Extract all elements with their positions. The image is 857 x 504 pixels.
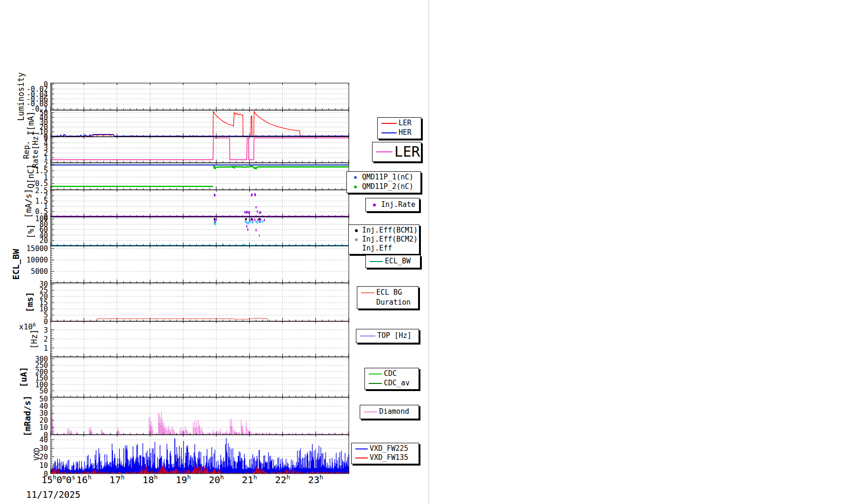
panel-title-cdc-current: [uA] <box>19 367 28 387</box>
axis-ticks <box>51 283 349 321</box>
series-ler <box>51 112 349 137</box>
panel-title-inj-rate: [mA/s] <box>24 189 33 218</box>
y-tick-label: 2 <box>44 335 48 344</box>
x-tick-label: 18h <box>142 474 158 485</box>
x-tick-label: 15h0m0s <box>41 474 75 485</box>
series-ler <box>51 138 349 160</box>
panel-luminosity: 0-0.02-0.04-0.06-0.08-0.1Luminosity <box>16 72 349 121</box>
y-tick-label: 10 <box>39 461 48 470</box>
panel-frame <box>51 137 349 163</box>
y-tick-label: 15000 <box>27 244 48 253</box>
axis-ticks <box>51 83 349 110</box>
x-tick-label: 22h <box>275 474 290 485</box>
axis-ticks <box>51 217 349 246</box>
panel-ecl-bg-duration: 302520151050[ms] <box>25 280 349 326</box>
series-inj-eff-bcm2- <box>214 220 263 246</box>
series-inj-eff-bcm1- <box>214 218 260 220</box>
series-diamond <box>51 409 348 435</box>
panel-ecl-bw: 15000100005000ECL_BW <box>11 244 349 283</box>
panel-frame <box>51 283 349 321</box>
y-tick-label: 5000 <box>31 267 48 276</box>
panel-diamond-dose: 50403020100[mRad/s] <box>22 395 349 439</box>
panel-title-luminosity: Luminosity <box>16 72 26 121</box>
axis-ticks <box>51 321 349 357</box>
panel-title-diamond-dose: [mRad/s] <box>22 395 32 437</box>
panel-frame <box>51 110 349 137</box>
panel-frame <box>51 190 349 217</box>
date-label: 11/17/2025 <box>26 489 80 500</box>
axis-ticks <box>51 190 349 217</box>
panel-bunch-charge: 21.510.5Q[nC] <box>26 160 349 190</box>
panel-title-rep-rate: Rep. <box>22 140 31 159</box>
axis-ticks <box>51 246 349 283</box>
y-tick-label: 0 <box>44 317 48 326</box>
panel-inj-rate: 2.521.510.50[mA/s] <box>24 187 349 222</box>
axis-ticks <box>51 137 349 163</box>
panel-frame <box>51 357 349 397</box>
panel-frame <box>51 83 349 110</box>
y-tick-label: 40 <box>39 436 48 444</box>
y-tick-label: 50 <box>39 387 48 395</box>
series-ecl-bg-duration <box>51 318 349 321</box>
panel-frame <box>51 217 349 246</box>
y-tick-label: 10000 <box>27 256 48 264</box>
panel-frame <box>51 321 349 357</box>
canvas-divider <box>428 0 429 504</box>
axis-ticks <box>51 357 349 397</box>
panel-frame <box>51 246 349 283</box>
panel-title-rep-rate: Rate[Hz] <box>31 131 40 168</box>
axis-ticks <box>51 110 349 137</box>
series-inj-rate <box>214 193 261 214</box>
panel-title-vxd-dose: VXD <box>33 448 41 460</box>
panel-beam-current: 50403020100I[mA] <box>26 109 349 141</box>
y-tick-label: 20 <box>39 236 48 245</box>
root-canvas: 0-0.02-0.04-0.06-0.08-0.1Luminosity50403… <box>0 0 857 504</box>
y-tick-label: 3 <box>44 326 48 335</box>
panel-title-ecl-bg-duration: [ms] <box>25 292 35 312</box>
panel-title-ecl-bw: ECL_BW <box>11 249 21 280</box>
x-axis-labels: 15h0m0s16h17h18h19h20h21h22h23h <box>41 474 323 485</box>
panel-rep-rate: 54321Rep.Rate[Hz] <box>22 131 349 168</box>
panel-title-bunch-charge: Q[nC] <box>26 164 36 188</box>
y-tick-label: 1 <box>44 344 48 353</box>
x-tick-label: 19h <box>176 474 191 485</box>
panel-cdc-current: 30025020015010050[uA] <box>19 355 349 397</box>
panel-title-inj-eff: [%] <box>26 224 36 239</box>
panel-top-rate: 321[Hz] <box>29 321 349 357</box>
x-tick-label: 23h <box>308 474 323 485</box>
x-tick-label: 16h <box>76 474 92 485</box>
panel-title-top-rate: [Hz] <box>29 329 39 349</box>
x-tick-label: 21h <box>242 474 257 485</box>
x-tick-label: 20h <box>209 474 224 485</box>
x-tick-label: 17h <box>110 474 125 485</box>
panel-inj-eff: 10080604020[%] <box>26 215 349 246</box>
panel-vxd-dose: 403020100VXD <box>33 435 349 478</box>
